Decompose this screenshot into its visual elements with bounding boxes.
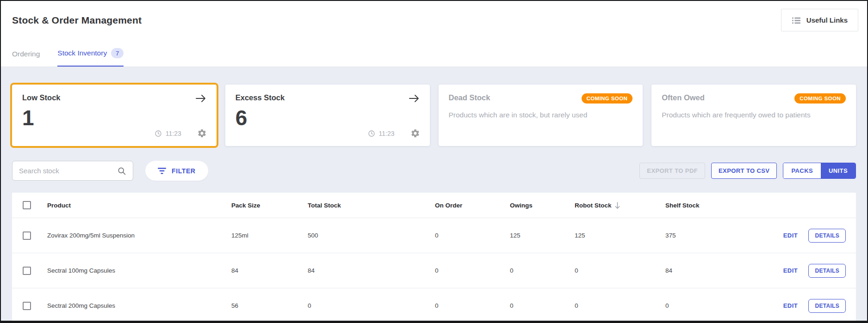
arrow-right-icon[interactable] — [195, 94, 206, 103]
card-dead-stock-title: Dead Stock — [449, 93, 490, 102]
toolbar-right-group: EXPORT TO PDF EXPORT TO CSV PACKS UNITS — [639, 163, 856, 179]
cell-owings: 0 — [510, 302, 575, 309]
export-to-csv-button[interactable]: EXPORT TO CSV — [711, 163, 777, 179]
column-header-owings[interactable]: Owings — [510, 202, 575, 209]
packs-units-toggle: PACKS UNITS — [783, 163, 856, 179]
card-low-stock-time: 11:23 — [166, 130, 181, 137]
card-excess-stock-title: Excess Stock — [236, 93, 285, 102]
search-input[interactable] — [19, 167, 117, 175]
card-often-owed-description: Products which are frequently owed to pa… — [662, 111, 846, 119]
search-icon[interactable] — [117, 166, 126, 176]
table-row: Sectral 100mg Capsules 84 84 0 0 0 84 ED… — [12, 253, 856, 288]
cell-total-stock: 500 — [308, 232, 435, 239]
arrow-down-icon — [614, 202, 620, 209]
export-to-pdf-button[interactable]: EXPORT TO PDF — [639, 163, 705, 179]
row-checkbox[interactable] — [23, 302, 31, 310]
units-toggle-option[interactable]: UNITS — [821, 163, 856, 178]
cell-on-order: 0 — [435, 232, 510, 239]
gear-icon[interactable] — [410, 128, 420, 138]
column-header-pack-size[interactable]: Pack Size — [231, 202, 308, 209]
table-row: Sectral 200mg Capsules 56 0 0 0 0 0 EDIT… — [12, 288, 856, 321]
cell-shelf-stock: 0 — [665, 302, 765, 309]
tab-bar: Ordering Stock Inventory 7 — [12, 48, 124, 67]
cell-pack-size: 84 — [231, 267, 308, 274]
tab-stock-inventory[interactable]: Stock Inventory 7 — [57, 48, 124, 67]
edit-link[interactable]: EDIT — [783, 302, 798, 309]
card-excess-stock-time: 11:23 — [379, 130, 395, 137]
details-button[interactable]: DETAILS — [808, 264, 846, 278]
content-section: Low Stock 1 11:23 — [1, 67, 867, 321]
tab-count-badge: 7 — [111, 48, 124, 58]
table-row: Zovirax 200mg/5ml Suspension 125ml 500 0… — [12, 218, 856, 253]
table-header-row: Product Pack Size Total Stock On Order O… — [12, 193, 856, 218]
packs-toggle-option[interactable]: PACKS — [783, 163, 821, 178]
gear-icon[interactable] — [197, 128, 207, 138]
column-header-shelf-stock[interactable]: Shelf Stock — [665, 202, 765, 209]
cell-shelf-stock: 84 — [665, 267, 765, 274]
tab-stock-inventory-label: Stock Inventory — [57, 49, 107, 57]
edit-link[interactable]: EDIT — [783, 267, 798, 274]
column-header-product[interactable]: Product — [42, 202, 231, 209]
card-low-stock[interactable]: Low Stock 1 11:23 — [12, 85, 217, 146]
card-often-owed: Often Owed COMING SOON Products which ar… — [651, 85, 856, 146]
filter-label: FILTER — [172, 167, 196, 175]
select-all-checkbox[interactable] — [23, 201, 31, 209]
cell-robot-stock: 125 — [575, 232, 665, 239]
tab-ordering-label: Ordering — [12, 50, 40, 58]
cell-product: Zovirax 200mg/5ml Suspension — [42, 232, 231, 239]
details-button[interactable]: DETAILS — [808, 299, 846, 313]
cell-owings: 0 — [510, 267, 575, 274]
cell-product: Sectral 100mg Capsules — [42, 267, 231, 274]
list-icon — [792, 17, 801, 24]
cell-product: Sectral 200mg Capsules — [42, 302, 231, 309]
search-box — [12, 161, 133, 181]
arrow-right-icon[interactable] — [409, 94, 420, 103]
page-header: Stock & Order Management Useful Links Or… — [1, 1, 867, 67]
cell-pack-size: 125ml — [231, 232, 308, 239]
cell-pack-size: 56 — [231, 302, 308, 309]
card-often-owed-title: Often Owed — [662, 93, 705, 102]
coming-soon-badge: COMING SOON — [582, 93, 633, 104]
card-excess-stock[interactable]: Excess Stock 6 11:23 — [225, 85, 430, 146]
column-header-robot-stock[interactable]: Robot Stock — [575, 202, 665, 209]
card-low-stock-value: 1 — [22, 107, 206, 128]
cell-owings: 125 — [510, 232, 575, 239]
filter-lines-icon — [158, 168, 166, 174]
card-dead-stock: Dead Stock COMING SOON Products which ar… — [439, 85, 643, 146]
details-button[interactable]: DETAILS — [808, 229, 846, 243]
cell-total-stock: 0 — [308, 302, 435, 309]
useful-links-button[interactable]: Useful Links — [781, 9, 858, 31]
stock-order-management-page: Stock & Order Management Useful Links Or… — [0, 0, 868, 323]
cell-total-stock: 84 — [308, 267, 435, 274]
edit-link[interactable]: EDIT — [783, 232, 798, 239]
cell-on-order: 0 — [435, 302, 510, 309]
cell-on-order: 0 — [435, 267, 510, 274]
column-header-total-stock[interactable]: Total Stock — [308, 202, 435, 209]
clock-icon — [155, 130, 162, 137]
stock-table: Product Pack Size Total Stock On Order O… — [12, 193, 856, 321]
cell-robot-stock: 0 — [575, 302, 665, 309]
table-toolbar: FILTER EXPORT TO PDF EXPORT TO CSV PACKS… — [12, 161, 856, 181]
summary-cards: Low Stock 1 11:23 — [12, 85, 856, 146]
row-checkbox[interactable] — [23, 232, 31, 240]
tab-ordering[interactable]: Ordering — [12, 50, 40, 67]
cell-robot-stock: 0 — [575, 267, 665, 274]
card-excess-stock-value: 6 — [236, 107, 420, 128]
row-checkbox[interactable] — [23, 267, 31, 275]
column-header-on-order[interactable]: On Order — [435, 202, 510, 209]
robot-stock-label: Robot Stock — [575, 202, 612, 209]
cell-shelf-stock: 375 — [665, 232, 765, 239]
page-title: Stock & Order Management — [12, 1, 856, 26]
useful-links-label: Useful Links — [806, 16, 848, 24]
clock-icon — [368, 130, 375, 137]
card-dead-stock-description: Products which are in stock, but rarely … — [449, 111, 633, 119]
card-low-stock-title: Low Stock — [22, 93, 61, 102]
coming-soon-badge: COMING SOON — [794, 93, 846, 104]
filter-button[interactable]: FILTER — [145, 161, 208, 181]
